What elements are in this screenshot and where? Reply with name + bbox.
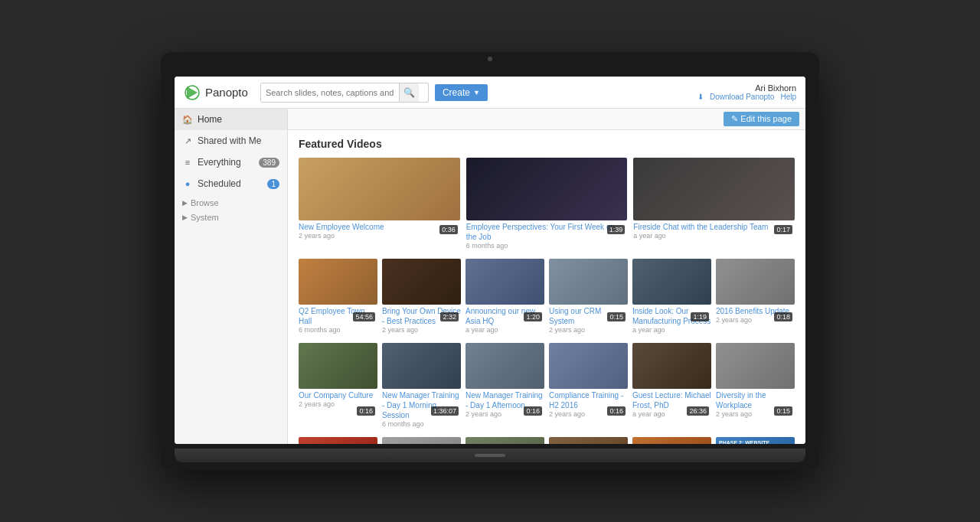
video-duration: 54:56 [353,312,375,321]
everything-badge: 389 [259,158,279,168]
video-date: 6 months ago [299,326,377,334]
video-row-3: 0:16 Our Company Culture 2 years ago 1:3… [299,343,795,429]
video-duration: 0:17 [774,225,792,234]
video-duration: 0:15 [774,406,792,416]
list-item[interactable]: 1:20 Announcing our new Asia HQ a year a… [466,259,544,335]
video-info: Fireside Chat with the Leadership Team a… [633,220,795,241]
list-item[interactable]: MaxRank Employee Benefits 3:51 [632,437,711,444]
list-item[interactable]: 1:36:07 New Manager Training - Day 1 Mor… [382,343,461,429]
video-duration: 0:18 [774,312,792,321]
video-duration: 2:32 [440,312,459,321]
video-duration: 1:39 [607,225,626,234]
video-row-2: 54:56 Q2 Employee Town Hall 6 months ago… [299,259,795,335]
app-body: 🏠 Home ↗ Shared with Me ≡ Everything 389… [175,109,805,444]
sidebar-label-browse: Browse [191,198,219,207]
system-arrow-icon: ▶ [182,214,188,221]
list-item[interactable]: 2:32 Bring Your Own Device - Best Practi… [382,259,461,335]
download-icon: ⬇ [697,93,704,101]
header-right: Ari Bixhorn ⬇ Download Panopto Help [697,83,796,101]
video-duration: 0:36 [439,225,458,234]
video-date: a year ago [633,232,795,240]
video-date: 6 months ago [466,242,628,250]
panopto-logo-icon [184,84,201,101]
video-duration: 0:16 [607,406,626,416]
list-item[interactable]: 0:17 Fireside Chat with the Leadership T… [633,158,795,251]
user-name: Ari Bixhorn [755,83,796,93]
list-item[interactable]: 1:39 Employee Perspectives: Your First W… [466,158,628,251]
shared-icon: ↗ [182,135,193,146]
everything-icon: ≡ [182,157,193,168]
sidebar-label-system: System [191,213,219,222]
list-item[interactable]: 0:15 [466,437,544,444]
logo-text: Panopto [205,86,248,99]
help-link[interactable]: Help [780,93,796,101]
video-duration: 0:16 [357,406,375,416]
create-dropdown-arrow: ▼ [473,89,480,96]
sidebar-item-everything[interactable]: ≡ Everything 389 [175,152,287,173]
video-date: 2 years ago [299,232,460,240]
search-bar: 🔍 [260,83,429,103]
video-date: 6 months ago [382,420,461,428]
home-icon: 🏠 [182,114,193,125]
video-title[interactable]: Fireside Chat with the Leadership Team [633,222,795,232]
sidebar-item-scheduled[interactable]: ● Scheduled 1 [175,173,287,194]
video-date: 2 years ago [382,326,461,334]
list-item[interactable]: 26:36 Guest Lecture: Michael Frost, PhD … [632,343,711,429]
featured-section: Featured Videos 0:36 New Employee Welcom… [288,130,805,444]
list-item[interactable]: 0:16 Compliance Training - H2 2016 2 yea… [549,343,628,429]
video-duration: 0:16 [524,406,542,416]
list-item[interactable]: 0:18 2016 Benefits Update 2 years ago [716,259,795,335]
sidebar-item-shared-with-me[interactable]: ↗ Shared with Me [175,130,287,152]
app-header: Panopto 🔍 Create ▼ Ari Bixhorn ⬇ Downloa… [175,77,805,109]
main-content: ✎ Edit this page Featured Videos 0:36 Ne… [288,109,805,444]
list-item[interactable]: 0:15 Using our CRM System 2 years ago [549,259,628,335]
video-row-4: 0:13 0:20 0:15 3:11 [299,437,795,444]
sidebar-item-browse[interactable]: ▶ Browse [175,194,287,209]
sidebar-label-home: Home [198,114,222,125]
list-item[interactable]: 0:16 New Manager Training - Day 1 Aftern… [466,343,544,429]
video-row-1: 0:36 New Employee Welcome 2 years ago 1:… [299,158,795,251]
sidebar-label-shared: Shared with Me [198,135,261,146]
list-item[interactable]: 0:20 [382,437,461,444]
video-duration: 1:36:07 [431,406,459,416]
video-duration: 1:20 [524,312,542,321]
video-title[interactable]: New Employee Welcome [299,222,460,232]
sidebar-label-scheduled: Scheduled [198,178,241,189]
video-date: a year ago [466,326,544,334]
search-button[interactable]: 🔍 [399,83,419,102]
list-item[interactable]: 0:36 New Employee Welcome 2 years ago [299,158,460,251]
video-title[interactable]: New Manager Training - Day 1 Morning Ses… [382,390,461,420]
video-info: Employee Perspectives: Your First Week o… [466,220,628,251]
featured-title: Featured Videos [299,138,795,150]
list-item[interactable]: 54:56 Q2 Employee Town Hall 6 months ago [299,259,377,335]
sidebar-label-everything: Everything [198,157,241,168]
sidebar-item-home[interactable]: 🏠 Home [175,109,287,130]
browse-arrow-icon: ▶ [182,199,188,207]
video-info: New Employee Welcome 2 years ago [299,220,460,241]
header-links: ⬇ Download Panopto Help [697,93,796,101]
video-title[interactable]: Employee Perspectives: Your First Week o… [466,222,628,242]
sidebar-item-system[interactable]: ▶ System [175,209,287,223]
video-title[interactable]: Our Company Culture [299,390,377,400]
list-item[interactable]: PHASE 2: WEBSITE PROJECT PLANNING 3:17 [716,437,795,444]
video-duration: 0:15 [607,312,626,321]
create-button[interactable]: Create ▼ [435,84,488,101]
list-item[interactable]: 1:19 Inside Look: Our Manufacturing Proc… [632,259,711,335]
video-duration: 1:19 [691,312,709,321]
list-item[interactable]: 0:13 [299,437,377,444]
list-item[interactable]: 0:15 Diversity in the Workplace 2 years … [716,343,795,429]
laptop-notch [475,454,505,457]
logo-area: Panopto [184,84,248,101]
video-duration: 26:36 [687,406,709,416]
svg-marker-0 [187,86,198,99]
scheduled-badge: 1 [267,179,279,189]
search-input[interactable] [261,83,399,102]
edit-page-button[interactable]: ✎ Edit this page [724,112,799,126]
scheduled-icon: ● [182,178,193,189]
list-item[interactable]: 0:16 Our Company Culture 2 years ago [299,343,377,429]
edit-bar: ✎ Edit this page [288,109,805,130]
list-item[interactable]: 3:11 [549,437,628,444]
video-date: a year ago [632,326,711,334]
download-panopto-link[interactable]: Download Panopto [710,93,775,101]
video-date: 2 years ago [549,326,628,334]
